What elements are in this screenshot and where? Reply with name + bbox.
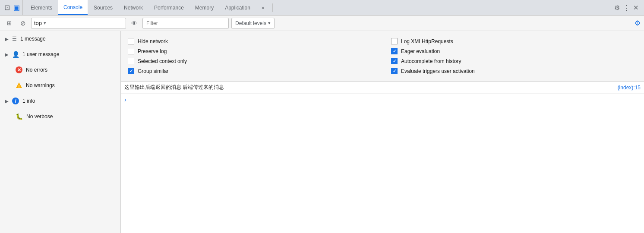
info-icon: i — [12, 98, 19, 104]
right-panel: Hide network Preserve log Selected conte… — [121, 31, 644, 233]
autocomplete-history-label: Autocomplete from history — [401, 58, 461, 64]
list-icon: ☰ — [12, 36, 17, 42]
svg-text:!: ! — [19, 84, 20, 88]
checkbox-group-similar[interactable]: Group similar — [128, 66, 374, 76]
sidebar-item-verbose[interactable]: 🐛 No verbose — [0, 109, 120, 124]
context-selector[interactable]: top ▾ — [31, 18, 126, 29]
checkbox-hide-network[interactable]: Hide network — [128, 36, 374, 46]
sidebar-toggle-button[interactable]: ⊞ — [3, 18, 15, 29]
selected-context-label: Selected context only — [138, 58, 187, 64]
checkbox-eval-triggers[interactable]: Evaluate triggers user activation — [391, 66, 637, 76]
eval-triggers-checkbox[interactable] — [391, 68, 398, 74]
eager-eval-label: Eager evaluation — [401, 48, 440, 54]
sidebar-item-messages[interactable]: ▶ ☰ 1 message — [0, 31, 120, 47]
tab-memory[interactable]: Memory — [190, 0, 219, 15]
dropdown-col2: Log XMLHttpRequests Eager evaluation Aut… — [391, 36, 637, 76]
console-log-source[interactable]: (index):15 — [618, 85, 641, 91]
bug-icon: 🐛 — [16, 113, 23, 120]
person-icon: 👤 — [12, 51, 19, 58]
tab-console[interactable]: Console — [58, 0, 88, 15]
checkbox-selected-context[interactable]: Selected context only — [128, 56, 374, 66]
checkbox-autocomplete-history[interactable]: Autocomplete from history — [391, 56, 637, 66]
expand-arrow-info: ▶ — [5, 99, 9, 104]
levels-label: Default levels — [235, 20, 266, 26]
sidebar-item-errors[interactable]: ✕ No errors — [0, 62, 120, 78]
errors-label: No errors — [26, 67, 47, 73]
dropdown-col1: Hide network Preserve log Selected conte… — [128, 36, 374, 76]
preserve-log-label: Preserve log — [138, 48, 167, 54]
clear-console-button[interactable]: ⊘ — [17, 18, 28, 29]
log-levels-dropdown: Hide network Preserve log Selected conte… — [121, 31, 644, 82]
checkbox-preserve-log[interactable]: Preserve log — [128, 46, 374, 56]
main-area: ▶ ☰ 1 message ▶ 👤 1 user message ✕ No er… — [0, 31, 644, 233]
devtools-icons: ⊡ ▣ — [2, 0, 23, 15]
filter-input[interactable] — [142, 18, 229, 29]
tab-sources[interactable]: Sources — [88, 0, 118, 15]
eager-eval-checkbox[interactable] — [391, 48, 398, 54]
device-icon[interactable]: ▣ — [13, 3, 20, 12]
error-icon: ✕ — [16, 66, 22, 73]
console-sidebar: ▶ ☰ 1 message ▶ 👤 1 user message ✕ No er… — [0, 31, 121, 233]
eye-filter-button[interactable]: 👁 — [129, 18, 140, 29]
log-xhr-label: Log XMLHttpRequests — [401, 38, 453, 44]
warnings-label: No warnings — [26, 82, 55, 88]
close-devtools-icon[interactable]: ✕ — [633, 4, 639, 12]
autocomplete-history-checkbox[interactable] — [391, 58, 398, 64]
console-log-text: 这里输出后端返回的消息 后端传过来的消息 — [124, 84, 618, 91]
tab-bar-right: ⚙ ⋮ ✕ — [614, 4, 642, 12]
sidebar-toggle-icon: ⊞ — [7, 20, 12, 26]
user-messages-label: 1 user message — [22, 51, 59, 57]
checkbox-eager-eval[interactable]: Eager evaluation — [391, 46, 637, 56]
console-log-entry: 这里输出后端返回的消息 后端传过来的消息 (index):15 — [121, 82, 644, 94]
sidebar-item-warnings[interactable]: ! No warnings — [0, 78, 120, 93]
warning-icon: ! — [16, 82, 22, 89]
preserve-log-checkbox[interactable] — [128, 48, 134, 54]
expand-arrow-user-messages: ▶ — [5, 52, 9, 57]
eval-triggers-label: Evaluate triggers user activation — [401, 68, 475, 74]
chevron-down-icon: ▾ — [44, 20, 46, 26]
context-selector-label: top — [34, 20, 42, 26]
info-label: 1 info — [22, 98, 35, 104]
console-settings-icon[interactable]: ⚙ — [635, 19, 641, 27]
console-toolbar: ⊞ ⊘ top ▾ 👁 Default levels ▾ ⚙ — [0, 16, 644, 31]
settings-icon[interactable]: ⚙ — [614, 4, 620, 12]
selected-context-checkbox[interactable] — [128, 58, 134, 64]
tab-overflow[interactable]: » — [256, 0, 270, 15]
verbose-label: No verbose — [26, 113, 53, 120]
more-options-icon[interactable]: ⋮ — [623, 4, 630, 12]
hide-network-checkbox[interactable] — [128, 38, 134, 44]
sidebar-item-user-messages[interactable]: ▶ 👤 1 user message — [0, 47, 120, 62]
tab-bar: ⊡ ▣ Elements Console Sources Network Per… — [0, 0, 644, 16]
tab-elements[interactable]: Elements — [25, 0, 57, 15]
console-prompt-row[interactable]: › — [121, 94, 644, 106]
group-similar-label: Group similar — [138, 68, 168, 74]
log-xhr-checkbox[interactable] — [391, 38, 398, 44]
checkbox-log-xhr[interactable]: Log XMLHttpRequests — [391, 36, 637, 46]
inspect-icon[interactable]: ⊡ — [4, 3, 10, 12]
clear-console-icon: ⊘ — [20, 19, 26, 27]
group-similar-checkbox[interactable] — [128, 68, 134, 74]
messages-label: 1 message — [20, 36, 46, 42]
tab-network[interactable]: Network — [119, 0, 148, 15]
eye-icon: 👁 — [131, 20, 137, 27]
levels-chevron-icon: ▾ — [268, 20, 271, 26]
tab-application[interactable]: Application — [220, 0, 256, 15]
console-output-area: 这里输出后端返回的消息 后端传过来的消息 (index):15 › — [121, 82, 644, 233]
prompt-arrow-icon: › — [124, 96, 126, 103]
tab-performance[interactable]: Performance — [149, 0, 189, 15]
sidebar-item-info[interactable]: ▶ i 1 info — [0, 93, 120, 109]
expand-arrow-messages: ▶ — [5, 37, 9, 41]
log-levels-button[interactable]: Default levels ▾ — [231, 18, 275, 29]
hide-network-label: Hide network — [138, 38, 168, 44]
